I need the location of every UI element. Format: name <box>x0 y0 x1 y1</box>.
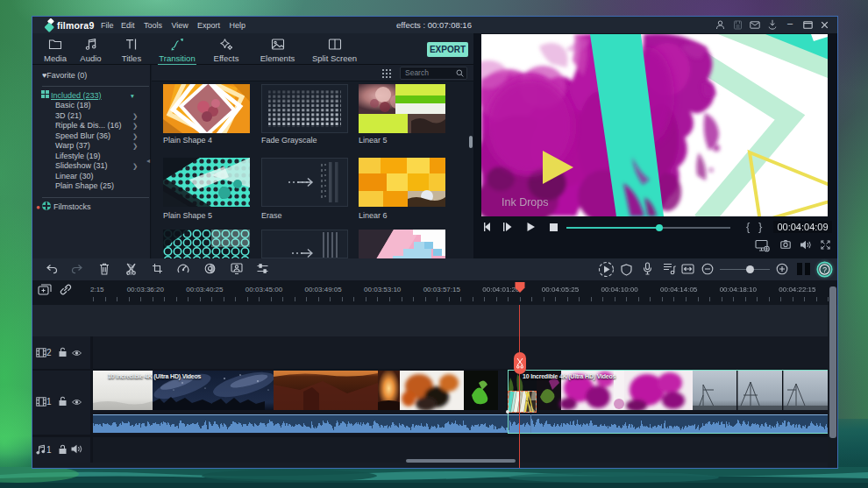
svg-text:Ink Drops: Ink Drops <box>502 196 549 209</box>
svg-text:?: ? <box>822 265 827 274</box>
